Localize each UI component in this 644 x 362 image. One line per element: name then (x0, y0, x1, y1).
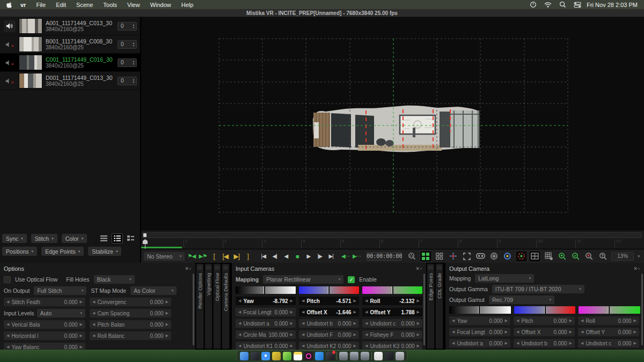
menu-file[interactable]: File (36, 2, 46, 8)
stitch-viewport[interactable] (141, 17, 644, 231)
stabilize-menu-button[interactable]: Stabilize▾ (88, 247, 121, 256)
clip-row-a001[interactable]: A001_11171449_C013_30 3840x2160@25 0 ▲▼ (0, 17, 140, 35)
param-undistort-k3[interactable]: ◀Undistort K30.000▶ (362, 342, 422, 350)
edge-points-menu-button[interactable]: Edge Points▾ (41, 247, 84, 256)
calibration-point-icon[interactable] (448, 251, 459, 262)
param-undistort-c[interactable]: ◀Undistort c0.000▶ (578, 339, 639, 348)
param-pitch[interactable]: ◀Pitch-4.571▶ (299, 297, 359, 305)
param-undistort-b[interactable]: ◀Undistort b0.000▶ (299, 319, 359, 328)
color-menu-button[interactable]: Color▾ (62, 234, 87, 243)
quad-view-icon[interactable] (529, 251, 540, 262)
blue-red-gradient-slider[interactable] (514, 306, 576, 314)
clip-row-c001-selected[interactable]: ✕ C001_11171449_C016_30 3840x2160@25 0 ▲… (0, 54, 140, 72)
audio-muted-icon[interactable]: ✕ (2, 59, 18, 67)
range-start-bracket-icon[interactable]: [ (209, 252, 218, 261)
param-pitch[interactable]: ◀Pitch0.000▶ (514, 316, 575, 325)
param-undistort-f[interactable]: ◀Undistort F0.000▶ (299, 330, 359, 339)
wifi-icon[interactable] (544, 2, 552, 8)
menu-view[interactable]: View (127, 2, 140, 8)
dock-storage-device[interactable] (385, 352, 393, 360)
timeline-clip-segment[interactable] (141, 247, 182, 248)
luminance-gradient-slider[interactable] (236, 286, 296, 294)
dock-safari[interactable] (261, 352, 270, 360)
timecode-display[interactable]: 00:00:00:00 (367, 252, 402, 261)
param-focal-length[interactable]: ◀Focal Lengt0.000▶ (236, 308, 296, 316)
mark-in-icon[interactable]: ⚑◀ (187, 252, 196, 261)
menu-app[interactable]: vr (20, 2, 26, 8)
play-icon[interactable]: ▶ (304, 252, 313, 261)
zoom-cancel-icon[interactable] (584, 251, 595, 262)
param-offset-y[interactable]: ◀Offset Y1.788▶ (362, 308, 422, 316)
view-mode-compact-icon[interactable] (99, 234, 109, 243)
stop-icon[interactable]: ■ (292, 252, 302, 261)
param-roll[interactable]: ◀Roll-2.132▶ (362, 297, 422, 305)
goto-range-end-icon[interactable]: ▶] (232, 252, 241, 261)
film-zoom-icon[interactable] (406, 251, 418, 262)
next-frame-icon[interactable]: |▶ (315, 252, 324, 261)
menu-window[interactable]: Window (150, 2, 171, 8)
play-backward-icon[interactable]: ◀ (281, 252, 290, 261)
zoom-level-field[interactable]: 13% (611, 252, 634, 261)
param-undistort-b[interactable]: ◀Undistort b0.000▶ (514, 339, 575, 348)
param-yaw[interactable]: ◀Yaw0.000▶ (449, 316, 510, 325)
audio-muted-icon[interactable]: ✕ (2, 77, 18, 85)
on-output-dropdown[interactable]: Full Stitch▾ (34, 286, 86, 295)
dock-mistika-vr[interactable] (326, 352, 334, 360)
spin-down-icon[interactable]: ▼ (133, 26, 135, 29)
param-fisheye-f[interactable]: ◀Fisheye F0.000▶ (362, 330, 422, 339)
skip-to-start-icon[interactable]: |◀ (259, 252, 268, 261)
orientation-target-icon[interactable] (502, 251, 513, 262)
output-gamma-dropdown[interactable]: ITU-BT 709 / ITU-BT 2020▾ (492, 285, 584, 293)
output-gamut-dropdown[interactable]: Rec.709▾ (489, 295, 554, 304)
panel-collapse-icon[interactable]: ✕‹ (633, 266, 640, 271)
param-focal-length[interactable]: ◀Focal Lengt0.000▶ (449, 328, 510, 336)
dock-app-yellow[interactable] (272, 352, 281, 360)
param-undistort-k1[interactable]: ◀Undistort K10.000▶ (236, 342, 296, 350)
clip-name[interactable]: D001_11171449_C013_30 (46, 75, 118, 81)
timeline-scrollbar[interactable] (142, 232, 642, 238)
offset-spinner[interactable]: 0 ▲▼ (118, 22, 137, 31)
zoom-in-icon[interactable] (557, 251, 568, 262)
param-undistort-a[interactable]: ◀Undistort a0.000▶ (236, 319, 296, 328)
dock-finder[interactable] (240, 352, 248, 360)
screen-time-icon[interactable] (530, 1, 537, 8)
param-offset-x[interactable]: ◀Offset X0.000▶ (514, 328, 575, 336)
dock-trash[interactable] (396, 352, 404, 360)
spin-down-icon[interactable]: ▼ (133, 63, 135, 65)
view-mode-list-icon[interactable] (112, 234, 122, 243)
use-optical-flow-checkbox[interactable] (4, 276, 11, 283)
timeline[interactable]: 1 2 3 4 5 6 7 8 9 10 11 12 (141, 231, 644, 249)
param-yaw[interactable]: ◀Yaw-8.792▶ (236, 297, 296, 305)
panel-scrollbar[interactable] (423, 274, 425, 345)
clip-thumbnail[interactable] (19, 36, 42, 52)
fill-holes-dropdown[interactable]: Black▾ (94, 275, 135, 284)
vr-goggles-icon[interactable] (474, 251, 486, 262)
dock-window-thumb-2[interactable] (350, 352, 358, 360)
chevron-down-icon[interactable]: ▾ (636, 254, 641, 258)
spin-down-icon[interactable]: ▼ (133, 81, 135, 84)
magenta-green-gradient-slider[interactable] (579, 306, 640, 314)
zoom-region-icon[interactable] (597, 251, 609, 262)
param-convergence[interactable]: ◀Convergenc0.000▶ (90, 298, 171, 306)
param-vertical-balance[interactable]: ◀Verical Bala0.000▶ (4, 320, 85, 329)
tracking-circle-icon[interactable] (516, 251, 527, 262)
param-pitch-balance[interactable]: ◀Pitch Balan0.000▶ (90, 320, 171, 329)
dock-window-thumb-3[interactable] (361, 352, 369, 360)
spin-down-icon[interactable]: ▼ (133, 45, 135, 47)
previous-frame-icon[interactable]: ◀| (270, 252, 279, 261)
fullscreen-icon[interactable] (461, 251, 472, 262)
clip-row-b001[interactable]: ✕ B001_11171449_C008_30 3840x2160@25 0 ▲… (0, 35, 140, 54)
param-offset-y[interactable]: ◀Offset Y0.000▶ (578, 328, 639, 336)
vignetting-strip[interactable]: Vignetting (204, 263, 213, 349)
clip-thumbnail[interactable] (19, 55, 42, 70)
render-options-strip[interactable]: Render Options (196, 263, 204, 349)
clip-row-d001[interactable]: ✕ D001_11171449_C013_30 3840x2160@25 0 ▲… (0, 72, 140, 90)
enable-checkbox[interactable]: ✓ (348, 276, 355, 283)
st-map-mode-dropdown[interactable]: As Color▾ (130, 286, 177, 295)
panel-scrollbar[interactable] (193, 274, 194, 345)
panel-scrollbar[interactable] (641, 274, 643, 345)
menu-help[interactable]: Help (181, 2, 194, 8)
window-titlebar[interactable]: Mistika VR - INCITE_PREP[Unnamed] - 7680… (0, 9, 644, 17)
spotlight-icon[interactable] (559, 1, 566, 8)
input-mapping-dropdown[interactable]: Planar Rectilinear▾ (263, 275, 343, 284)
